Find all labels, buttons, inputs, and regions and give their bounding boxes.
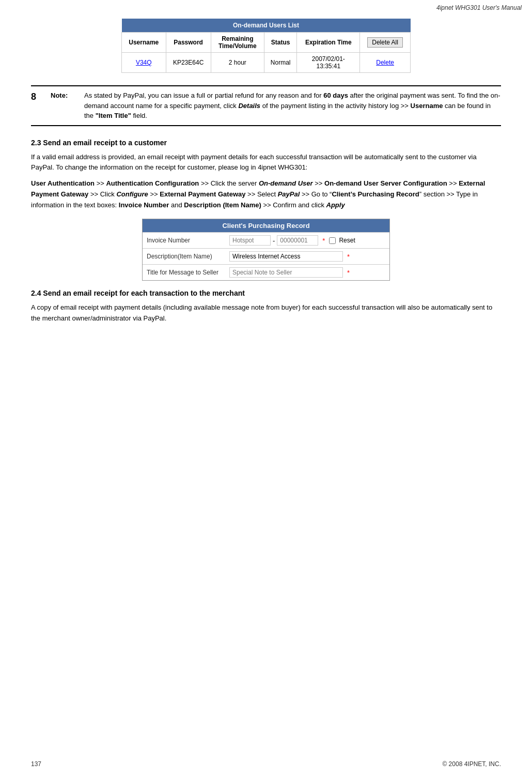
col-status: Status	[264, 33, 296, 53]
copyright: © 2008 4IPNET, INC.	[442, 760, 501, 768]
description-label: Description(Item Name)	[147, 253, 229, 260]
invoice-row: Invoice Number - * Reset	[143, 232, 389, 248]
note-details: Details	[238, 102, 260, 110]
text-user-auth: User Authentication	[31, 179, 95, 187]
text-ondemand-config: On-demand User Server Configuration	[324, 179, 447, 187]
text-apply: Apply	[326, 201, 345, 209]
page-footer: 137 © 2008 4IPNET, INC.	[0, 760, 532, 768]
text-paypal: PayPal	[278, 190, 300, 198]
purchasing-form-section: Client's Purchasing Record Invoice Numbe…	[31, 219, 501, 281]
cell-username: V34Q	[122, 53, 166, 73]
text-purchasing-record: Client’s Purchasing Record	[332, 190, 419, 198]
delete-link[interactable]: Delete	[376, 59, 394, 66]
reset-label: Reset	[339, 237, 355, 244]
delete-all-button[interactable]: Delete All	[367, 37, 403, 48]
section-2-3-para1: If a valid email address is provided, an…	[31, 152, 501, 174]
col-username: Username	[122, 33, 166, 53]
col-expiration: Expiration Time	[297, 33, 360, 53]
note-number: 8	[31, 90, 46, 102]
cell-remaining: 2 hour	[211, 53, 264, 73]
note-username: Username	[411, 102, 443, 110]
purchasing-form: Client's Purchasing Record Invoice Numbe…	[142, 219, 390, 281]
cell-status: Normal	[264, 53, 296, 73]
col-action[interactable]: Delete All	[360, 33, 411, 53]
text-ondemand-user: On-demand User	[259, 179, 313, 187]
invoice-hotspot-input[interactable]	[229, 235, 271, 246]
users-table-section: On-demand Users List Username Password R…	[31, 19, 501, 73]
section-2-4-heading: 2.4 Send an email receipt for each trans…	[31, 289, 501, 297]
seller-title-row: Title for Message to Seller *	[143, 264, 389, 280]
seller-asterisk: *	[347, 269, 350, 277]
invoice-asterisk: *	[322, 237, 325, 245]
seller-title-label: Title for Message to Seller	[147, 269, 229, 276]
note-section: 8 Note: As stated by PayPal, you can iss…	[31, 85, 501, 126]
text-invoice-number: Invoice Number	[119, 201, 169, 209]
description-input[interactable]	[229, 251, 343, 262]
reset-checkbox[interactable]	[329, 237, 336, 244]
invoice-label: Invoice Number	[147, 237, 229, 244]
text-ext-payment2: External Payment Gateway	[160, 190, 245, 198]
seller-title-inputs: *	[229, 267, 385, 278]
description-row: Description(Item Name) *	[143, 248, 389, 264]
section-2-3-para2: User Authentication >> Authentication Co…	[31, 178, 501, 210]
manual-title: 4ipnet WHG301 User's Manual	[436, 4, 522, 11]
section-2-4-para1: A copy of email receipt with payment det…	[31, 302, 501, 324]
text-description: Description (Item Name)	[184, 201, 261, 209]
text-auth-config: Authentication Configuration	[106, 179, 199, 187]
table-title: On-demand Users List	[122, 19, 411, 33]
cell-delete[interactable]: Delete	[360, 53, 411, 73]
cell-password: KP23E64C	[166, 53, 211, 73]
description-inputs: *	[229, 251, 385, 262]
page-header: 4ipnet WHG301 User's Manual	[0, 0, 532, 13]
note-bold-days: 60 days	[322, 91, 348, 99]
note-label: Note:	[51, 90, 79, 99]
col-remaining: RemainingTime/Volume	[211, 33, 264, 53]
note-item-title: "Item Title"	[96, 112, 131, 119]
description-asterisk: *	[347, 253, 350, 261]
form-title: Client's Purchasing Record	[143, 219, 389, 232]
page-number: 137	[31, 760, 41, 768]
text-configure: Configure	[116, 190, 148, 198]
col-password: Password	[166, 33, 211, 53]
cell-expiration: 2007/02/01-13:35:41	[297, 53, 360, 73]
seller-title-input[interactable]	[229, 267, 343, 278]
section-2-3-heading: 2.3 Send an email receipt to a customer	[31, 139, 501, 147]
users-table: On-demand Users List Username Password R…	[121, 19, 411, 73]
invoice-inputs: - * Reset	[229, 235, 385, 246]
username-link[interactable]: V34Q	[136, 59, 152, 66]
invoice-dash: -	[273, 237, 275, 245]
invoice-number-input[interactable]	[277, 235, 318, 246]
note-text: As stated by PayPal, you can issue a ful…	[84, 90, 501, 121]
